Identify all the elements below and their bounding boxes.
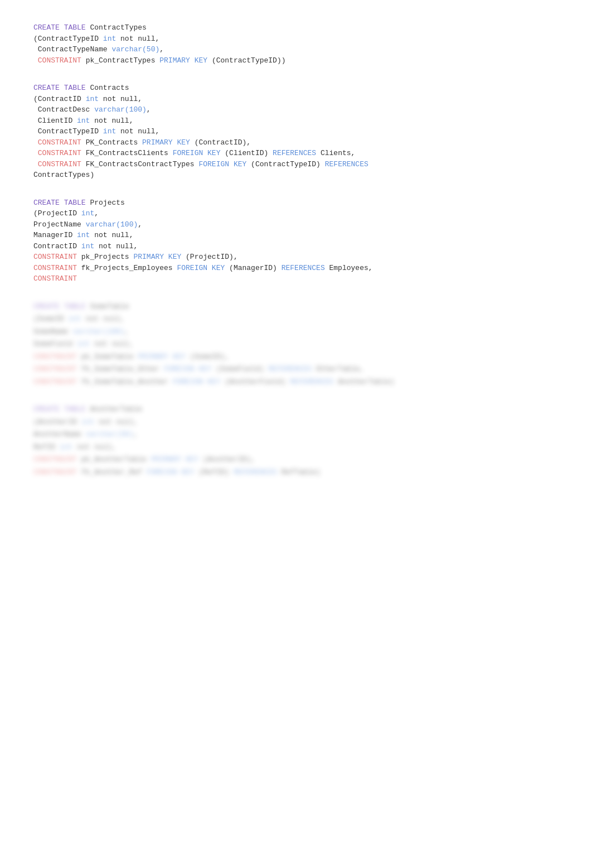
- type-int: int: [103, 127, 116, 136]
- line-18: ContractID int not null,: [33, 241, 559, 252]
- blur-line: AnotherName varchar(50),: [33, 429, 559, 440]
- type-int: int: [77, 117, 90, 125]
- keyword-create: CREATE: [33, 23, 60, 32]
- blur-line: CREATE TABLE SomeTable: [33, 301, 559, 312]
- keyword-references: REFERENCES: [325, 160, 368, 168]
- code-plain: ,: [147, 105, 151, 114]
- blur-line: SomeName varchar(100),: [33, 326, 559, 337]
- blurred-block-2: CREATE TABLE AnotherTable (AnotherID int…: [33, 404, 559, 478]
- blur-line: (AnotherID int not null,: [33, 417, 559, 428]
- code-plain: not null,: [94, 242, 138, 250]
- keyword-references: REFERENCES: [282, 264, 325, 272]
- blur-line: CONSTRAINT fk_Another_Ref FOREIGN KEY (R…: [33, 467, 559, 478]
- keyword-references: REFERENCES: [273, 149, 316, 157]
- code-plain: [33, 138, 38, 147]
- code-plain: (ProjectID: [33, 209, 81, 218]
- code-plain: not null,: [90, 231, 133, 239]
- code-plain: ContractID: [33, 242, 81, 250]
- code-plain: Employees,: [325, 264, 373, 272]
- code-plain: PK_Contracts: [81, 138, 142, 147]
- keyword-constraint: CONSTRAINT: [38, 149, 81, 157]
- line-14: CREATE TABLE Projects: [33, 197, 559, 209]
- line-4: CONSTRAINT pk_ContractTypes PRIMARY KEY …: [33, 55, 559, 66]
- blurred-block-1: CREATE TABLE SomeTable (SomeID int not n…: [33, 301, 559, 388]
- line-6: (ContractID int not null,: [33, 94, 559, 105]
- keyword-table: TABLE: [64, 23, 86, 32]
- type-int: int: [81, 242, 94, 250]
- line-9: ContractTypeID int not null,: [33, 126, 559, 137]
- code-plain: ,: [94, 209, 99, 218]
- type-varchar: varchar(100): [94, 105, 147, 114]
- type-int: int: [103, 35, 116, 43]
- keyword-constraint: CONSTRAINT: [38, 138, 81, 147]
- code-plain: ClientID: [33, 117, 77, 125]
- line-3: ContractTypeName varchar(50),: [33, 44, 559, 55]
- type-int: int: [81, 209, 94, 218]
- code-plain: not null,: [90, 117, 133, 125]
- code-plain: FK_ContractsClients: [81, 149, 173, 157]
- blur-line: RefID int not null,: [33, 442, 559, 453]
- line-21: CONSTRAINT: [33, 273, 559, 284]
- code-plain: fk_Projects_Employees: [77, 264, 177, 272]
- keyword-foreign: FOREIGN KEY: [177, 264, 225, 272]
- line-20: CONSTRAINT fk_Projects_Employees FOREIGN…: [33, 263, 559, 274]
- keyword-table: TABLE: [64, 84, 86, 92]
- type-varchar: varchar(100): [86, 220, 138, 229]
- blur-line: CONSTRAINT pk_SomeTable PRIMARY KEY (Som…: [33, 351, 559, 363]
- code-plain: ContractTypeName: [33, 45, 111, 54]
- code-plain: (ContractTypeID): [246, 160, 324, 168]
- code-plain: Clients,: [316, 149, 355, 157]
- line-15: (ProjectID int,: [33, 208, 559, 219]
- keyword-create: CREATE: [33, 84, 60, 92]
- code-plain: ,: [138, 220, 142, 229]
- line-2: (ContractTypeID int not null,: [33, 33, 559, 45]
- code-block-contract-types: CREATE TABLE ContractTypes (ContractType…: [33, 22, 559, 66]
- code-plain: (ContractID),: [190, 138, 251, 147]
- code-plain: not null,: [116, 127, 159, 136]
- keyword-constraint: CONSTRAINT: [33, 274, 77, 283]
- line-17: ManagerID int not null,: [33, 230, 559, 241]
- blur-line: CONSTRAINT fk_SomeTable_Another FOREIGN …: [33, 377, 559, 388]
- table-name-contracttypes: ContractTypes: [90, 23, 146, 32]
- keyword-constraint: CONSTRAINT: [33, 253, 77, 261]
- code-plain: ProjectName: [33, 220, 86, 229]
- keyword-create: CREATE: [33, 199, 60, 207]
- keyword-constraint: CONSTRAINT: [38, 56, 81, 65]
- keyword-table: TABLE: [64, 199, 86, 207]
- code-plain: ManagerID: [33, 231, 77, 239]
- keyword-foreign: FOREIGN KEY: [173, 149, 221, 157]
- code-plain: ContractDesc: [33, 105, 94, 114]
- code-plain: [33, 56, 38, 65]
- keyword-primary: PRIMARY KEY: [133, 253, 181, 261]
- line-12: CONSTRAINT FK_ContractsContractTypes FOR…: [33, 159, 559, 170]
- code-plain: ContractTypes): [33, 171, 94, 179]
- code-plain: FK_ContractsContractTypes: [81, 160, 199, 168]
- blur-line: CONSTRAINT fk_SomeTable_Other FOREIGN KE…: [33, 364, 559, 375]
- code-plain: [33, 160, 38, 168]
- code-plain: ContractTypeID: [33, 127, 103, 136]
- line-5: CREATE TABLE Contracts: [33, 83, 559, 94]
- line-8: ClientID int not null,: [33, 115, 559, 127]
- code-container: CREATE TABLE ContractTypes (ContractType…: [33, 22, 559, 478]
- code-plain: (ProjectID),: [181, 253, 237, 261]
- code-plain: not null,: [99, 95, 142, 103]
- code-plain: ,: [159, 45, 164, 54]
- line-1: CREATE TABLE ContractTypes: [33, 22, 559, 33]
- line-10: CONSTRAINT PK_Contracts PRIMARY KEY (Con…: [33, 137, 559, 148]
- type-varchar: varchar(50): [111, 45, 159, 54]
- blur-line: CREATE TABLE AnotherTable: [33, 404, 559, 415]
- code-block-projects: CREATE TABLE Projects (ProjectID int, Pr…: [33, 197, 559, 284]
- line-13: ContractTypes): [33, 170, 559, 181]
- code-plain: [77, 274, 81, 283]
- keyword-foreign: FOREIGN KEY: [198, 160, 246, 168]
- type-int: int: [77, 231, 90, 239]
- line-16: ProjectName varchar(100),: [33, 219, 559, 230]
- line-7: ContractDesc varchar(100),: [33, 104, 559, 115]
- code-block-contracts: CREATE TABLE Contracts (ContractID int n…: [33, 83, 559, 181]
- code-plain: pk_Projects: [77, 253, 133, 261]
- code-plain: [33, 149, 38, 157]
- code-plain: (ManagerID): [225, 264, 281, 272]
- code-plain: (ClientID): [220, 149, 273, 157]
- code-plain: (ContractTypeID: [33, 35, 103, 43]
- code-plain: (ContractID: [33, 95, 86, 103]
